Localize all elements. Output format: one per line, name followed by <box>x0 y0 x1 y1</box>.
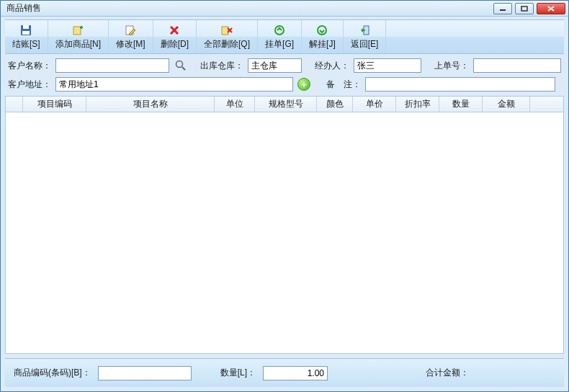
delete-all-button[interactable]: 全部删除[Q] <box>197 20 258 53</box>
back-label: 返回[E] <box>351 38 379 50</box>
add-address-button[interactable]: + <box>297 78 310 91</box>
add-icon <box>71 24 84 37</box>
window-title: 商品销售 <box>6 2 493 14</box>
col-item-code[interactable]: 项目编码 <box>23 97 86 112</box>
svg-rect-1 <box>521 6 527 11</box>
col-color[interactable]: 颜色 <box>317 97 353 112</box>
delete-all-label: 全部删除[Q] <box>204 38 250 50</box>
hold-icon <box>273 24 286 37</box>
svg-line-20 <box>182 67 185 70</box>
col-discount[interactable]: 折扣率 <box>396 97 439 112</box>
add-item-label: 添加商品[N] <box>55 38 101 50</box>
checkout-label: 结账[S] <box>12 38 40 50</box>
unhold-button[interactable]: 解挂[J] <box>302 20 344 53</box>
delete-icon <box>168 24 181 37</box>
col-rowheader[interactable] <box>6 97 23 112</box>
titlebar: 商品销售 <box>1 1 568 17</box>
warehouse-select[interactable]: 主仓库 <box>248 58 302 73</box>
qty-label: 数量[L]： <box>220 367 256 379</box>
window-controls <box>493 3 565 14</box>
customer-name-label: 客户名称： <box>8 60 51 72</box>
order-no-label: 上单号： <box>434 60 469 72</box>
toolbar: 结账[S] 添加商品[N] 修改[M] 删除[D] <box>5 19 564 54</box>
barcode-label: 商品编码(条码)[B]： <box>14 367 91 379</box>
remark-label: 备 注： <box>326 79 361 91</box>
close-button[interactable] <box>537 3 565 14</box>
grid-body[interactable] <box>6 112 563 353</box>
svg-point-19 <box>176 61 182 68</box>
minimize-button[interactable] <box>493 3 512 14</box>
data-grid[interactable]: 项目编码 项目名称 单位 规格型号 颜色 单价 折扣率 数量 金额 <box>5 96 564 354</box>
maximize-icon <box>521 6 528 12</box>
content: 结账[S] 添加商品[N] 修改[M] 删除[D] <box>1 17 568 391</box>
col-spec[interactable]: 规格型号 <box>255 97 317 112</box>
back-icon <box>358 24 371 37</box>
window: 商品销售 结账[S] <box>0 0 569 392</box>
warehouse-label: 出库仓库： <box>200 60 243 72</box>
svg-rect-5 <box>23 25 29 29</box>
grid-header: 项目编码 项目名称 单位 规格型号 颜色 单价 折扣率 数量 金额 <box>6 97 563 112</box>
modify-button[interactable]: 修改[M] <box>109 20 153 53</box>
form-row-1: 客户名称： 出库仓库： 主仓库 经办人： 张三 上单号： <box>1 54 568 73</box>
back-button[interactable]: 返回[E] <box>344 20 387 53</box>
svg-rect-13 <box>222 27 228 35</box>
save-icon <box>19 24 32 37</box>
hold-button[interactable]: 挂单[G] <box>258 20 302 53</box>
col-filler <box>530 97 563 112</box>
maximize-button[interactable] <box>515 3 534 14</box>
form-row-2: 客户地址： 常用地址1 + 备 注： <box>1 73 568 96</box>
col-qty[interactable]: 数量 <box>439 97 483 112</box>
footer-bar: 商品编码(条码)[B]： 数量[L]： 合计金额： <box>5 358 564 387</box>
add-item-button[interactable]: 添加商品[N] <box>48 20 109 53</box>
hold-label: 挂单[G] <box>265 38 294 50</box>
order-no-input[interactable] <box>473 58 561 73</box>
minimize-icon <box>499 6 506 12</box>
svg-rect-7 <box>73 27 81 35</box>
address-label: 客户地址： <box>8 79 51 91</box>
svg-rect-6 <box>22 31 30 35</box>
search-icon <box>175 60 187 71</box>
address-select[interactable]: 常用地址1 <box>55 77 293 92</box>
col-item-name[interactable]: 项目名称 <box>86 97 215 112</box>
edit-icon <box>124 24 137 37</box>
total-label: 合计金额： <box>426 367 469 379</box>
delete-button[interactable]: 删除[D] <box>153 20 197 53</box>
unhold-label: 解挂[J] <box>309 38 336 50</box>
modify-label: 修改[M] <box>116 38 145 50</box>
operator-select[interactable]: 张三 <box>354 58 421 73</box>
delete-label: 删除[D] <box>161 38 189 50</box>
remark-input[interactable] <box>365 77 555 92</box>
col-amount[interactable]: 金额 <box>483 97 530 112</box>
customer-name-input[interactable] <box>55 58 169 73</box>
col-price[interactable]: 单价 <box>353 97 396 112</box>
unhold-icon <box>315 24 328 37</box>
barcode-input[interactable] <box>98 366 192 380</box>
col-unit[interactable]: 单位 <box>215 97 255 112</box>
plus-icon: + <box>301 79 307 90</box>
checkout-button[interactable]: 结账[S] <box>5 20 48 53</box>
operator-label: 经办人： <box>315 60 349 72</box>
qty-input[interactable] <box>263 366 328 380</box>
search-customer-button[interactable] <box>174 58 188 73</box>
delete-all-icon <box>220 24 233 37</box>
close-icon <box>547 6 555 12</box>
